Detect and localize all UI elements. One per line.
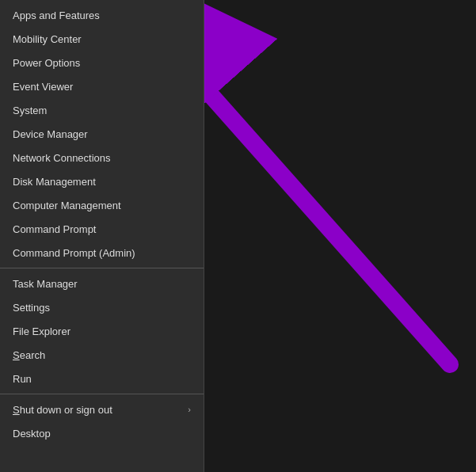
menu-item-disk-management[interactable]: Disk Management <box>0 169 204 193</box>
menu-item-label: Computer Management <box>13 200 121 211</box>
menu-item-label: Event Viewer <box>13 81 73 93</box>
menu-item-label: Power Options <box>13 57 80 69</box>
menu-item-label: Mobility Center <box>13 33 82 45</box>
context-menu: Apps and Features Mobility Center Power … <box>0 0 204 472</box>
svg-line-1 <box>212 97 450 364</box>
menu-item-shut-down[interactable]: Shut down or sign out › <box>0 398 204 421</box>
menu-item-label: Shut down or sign out <box>13 404 112 416</box>
menu-item-label: Task Manager <box>13 278 78 290</box>
underline-s2: S <box>13 404 20 416</box>
menu-item-computer-management[interactable]: Computer Management <box>0 193 204 217</box>
menu-item-label: System <box>13 105 47 116</box>
menu-item-desktop[interactable]: Desktop <box>0 421 204 445</box>
menu-item-system[interactable]: System <box>0 98 204 122</box>
menu-item-label: Command Prompt (Admin) <box>13 247 135 259</box>
menu-item-label: Disk Management <box>13 176 96 188</box>
menu-item-network-connections[interactable]: Network Connections <box>0 146 204 169</box>
menu-item-label: Settings <box>13 302 50 314</box>
menu-item-label: Search <box>13 349 45 361</box>
menu-item-label: Desktop <box>13 428 51 440</box>
menu-item-file-explorer[interactable]: File Explorer <box>0 319 204 343</box>
menu-item-command-prompt[interactable]: Command Prompt <box>0 217 204 241</box>
submenu-arrow-icon: › <box>188 405 191 414</box>
menu-item-apps-features[interactable]: Apps and Features <box>0 3 204 27</box>
menu-item-power-options[interactable]: Power Options <box>0 51 204 74</box>
menu-item-search[interactable]: Search <box>0 343 204 367</box>
menu-divider-1 <box>0 268 204 268</box>
menu-item-task-manager[interactable]: Task Manager <box>0 272 204 295</box>
menu-item-mobility-center[interactable]: Mobility Center <box>0 27 204 51</box>
menu-item-event-viewer[interactable]: Event Viewer <box>0 74 204 98</box>
arrow-annotation <box>204 0 476 472</box>
menu-item-label: Device Manager <box>13 128 88 140</box>
menu-divider-2 <box>0 394 204 394</box>
menu-item-label: Network Connections <box>13 152 111 164</box>
underline-s: S <box>13 349 20 361</box>
menu-item-label: Apps and Features <box>13 10 100 21</box>
menu-item-command-prompt-admin[interactable]: Command Prompt (Admin) <box>0 241 204 265</box>
menu-item-label: Run <box>13 373 32 385</box>
menu-item-device-manager[interactable]: Device Manager <box>0 122 204 146</box>
menu-item-run[interactable]: Run <box>0 367 204 390</box>
menu-item-settings[interactable]: Settings <box>0 295 204 319</box>
menu-item-label: File Explorer <box>13 325 70 337</box>
menu-item-label: Command Prompt <box>13 223 96 235</box>
